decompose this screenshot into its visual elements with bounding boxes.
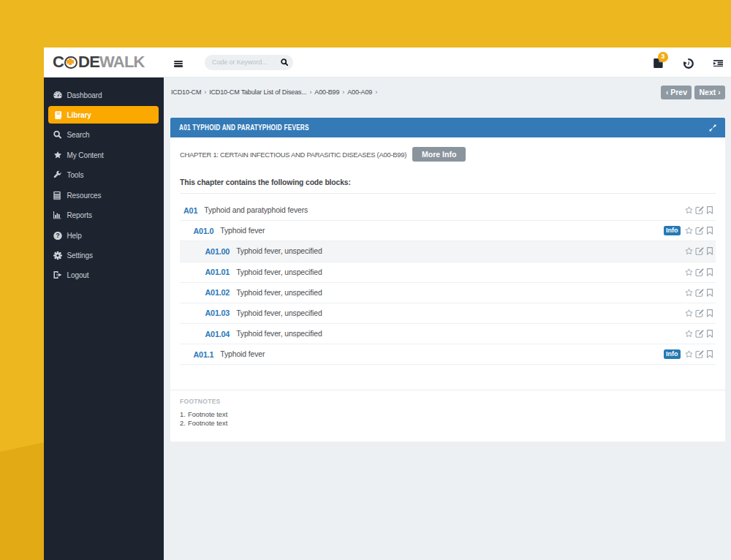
svg-text:?: ? [56, 232, 59, 239]
